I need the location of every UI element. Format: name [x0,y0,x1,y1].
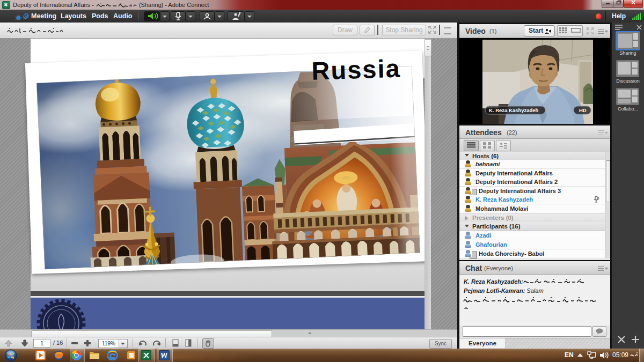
svg-text:HD: HD [579,107,587,113]
svg-text:K. Reza Kashyzadeh: K. Reza Kashyzadeh [489,107,539,113]
